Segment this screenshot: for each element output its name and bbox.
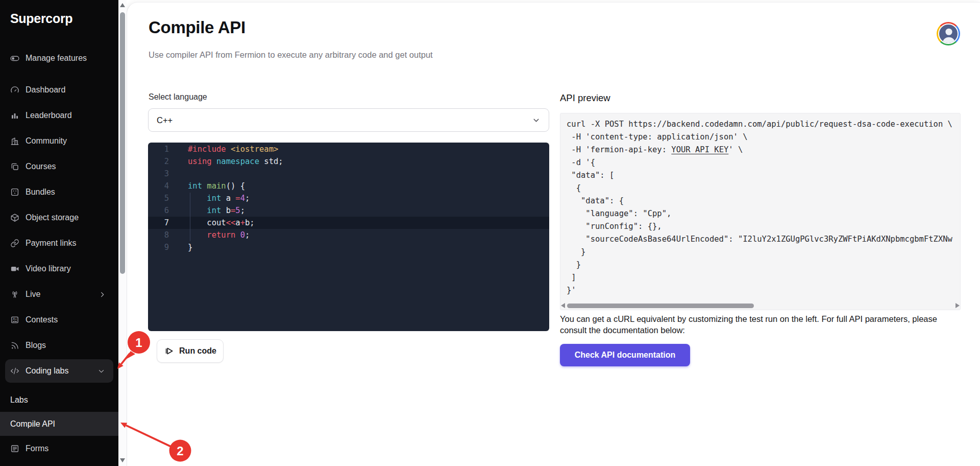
cube-icon	[10, 213, 19, 222]
curl-line-6: {	[567, 182, 960, 195]
editor-line-4[interactable]: 4int main() {	[148, 180, 549, 192]
sidebar-item-contests[interactable]: A+Contests	[0, 307, 118, 333]
avatar-person-icon	[938, 24, 959, 44]
editor-line-1[interactable]: 1#include <iostream>	[148, 143, 549, 155]
sidebar-item-payment-links[interactable]: Payment links	[0, 230, 118, 256]
curl-line-5: "data": [	[567, 169, 960, 182]
copy-icon	[10, 162, 19, 171]
line-number: 8	[148, 229, 169, 241]
page-subtitle: Use compiler API from Fermion to execute…	[149, 50, 433, 60]
sidebar-item-courses[interactable]: Courses	[0, 154, 118, 179]
page-vertical-scrollbar[interactable]	[118, 0, 127, 466]
line-number: 1	[148, 143, 169, 155]
curl-line-8: "language": "Cpp",	[567, 207, 960, 220]
curl-line-9: "runConfig": {},	[567, 220, 960, 233]
rss-icon	[10, 341, 19, 350]
sidebar-item-coding-labs[interactable]: Coding labs	[5, 359, 113, 383]
gauge-icon	[10, 85, 19, 95]
curl-horizontal-scrollbar[interactable]	[560, 301, 961, 310]
toggle-icon	[10, 54, 19, 63]
horizontal-scrollbar-thumb[interactable]	[567, 304, 754, 308]
api-note-text: You can get a cURL equivalent by customi…	[560, 313, 939, 336]
sidebar-subitem-compile-api[interactable]: Compile API	[0, 412, 118, 436]
curl-preview-block[interactable]: curl -X POST https://backend.codedamn.co…	[560, 113, 961, 310]
code-text: #include <iostream>	[169, 143, 278, 155]
user-avatar[interactable]	[937, 22, 960, 45]
sidebar-item-blogs[interactable]: Blogs	[0, 333, 118, 358]
code-text: int a =4;	[169, 192, 250, 204]
line-number: 5	[148, 192, 169, 204]
sidebar-item-dashboard[interactable]: Dashboard	[0, 77, 118, 103]
sidebar-item-label: Bundles	[26, 188, 55, 197]
sidebar-item-label: Contests	[26, 315, 58, 324]
link-icon	[10, 239, 19, 248]
curl-line-11: }	[567, 246, 960, 259]
curl-line-14: }'	[567, 284, 960, 297]
sidebar-item-label: Live	[26, 290, 40, 299]
code-text: cout<<a+b;	[169, 217, 255, 229]
line-number: 4	[148, 180, 169, 192]
curl-line-7: "data": {	[567, 195, 960, 207]
editor-line-6[interactable]: 6 int b=5;	[148, 204, 549, 217]
page-title: Compile API	[149, 18, 246, 37]
sidebar-item-label: Video library	[26, 264, 71, 273]
run-code-button[interactable]: Run code	[157, 339, 224, 363]
sidebar-item-label: Forms	[26, 444, 48, 453]
code-text: using namespace std;	[169, 155, 283, 168]
editor-line-5[interactable]: 5 int a =4;	[148, 192, 549, 204]
run-icon	[164, 346, 175, 357]
line-number: 2	[148, 155, 169, 168]
sidebar-item-label: Dashboard	[26, 85, 65, 95]
curl-line-1: curl -X POST https://backend.codedamn.co…	[567, 118, 960, 131]
sidebar-item-leaderboard[interactable]: Leaderboard	[0, 103, 118, 128]
editor-line-3[interactable]: 3	[148, 168, 549, 180]
sidebar: Supercorp Manage features DashboardLeade…	[0, 0, 118, 466]
sidebar-item-label: Payment links	[26, 239, 77, 248]
building-icon	[10, 136, 19, 146]
line-number: 6	[148, 204, 169, 217]
code-text	[169, 168, 188, 180]
sidebar-item-bundles[interactable]: Bundles	[0, 179, 118, 205]
sidebar-subitem-labs[interactable]: Labs	[0, 388, 118, 412]
chevron-down-icon	[532, 116, 541, 125]
svg-text:A+: A+	[13, 317, 17, 320]
dice-icon	[10, 188, 19, 197]
sidebar-bottom-nav: Forms	[0, 436, 118, 461]
language-select-value: C++	[157, 115, 173, 125]
editor-line-2[interactable]: 2using namespace std;	[148, 155, 549, 168]
curl-line-13: ]	[567, 271, 960, 284]
scroll-up-arrow-icon[interactable]	[120, 3, 125, 7]
curl-line-12: }	[567, 259, 960, 271]
vertical-scrollbar-thumb[interactable]	[120, 12, 125, 274]
sidebar-item-manage-features[interactable]: Manage features	[0, 49, 118, 67]
scroll-left-arrow-icon[interactable]	[561, 303, 565, 308]
editor-line-7[interactable]: 7 cout<<a+b;	[148, 217, 549, 229]
chevron-right-icon	[99, 291, 106, 298]
sidebar-item-forms[interactable]: Forms	[0, 436, 118, 461]
language-select[interactable]: C++	[148, 108, 549, 132]
sidebar-item-live[interactable]: Live	[0, 282, 118, 307]
sidebar-item-label: Manage features	[26, 54, 87, 63]
editor-line-8[interactable]: 8 return 0;	[148, 229, 549, 241]
curl-line-4: -d '{	[567, 156, 960, 169]
sidebar-item-object-storage[interactable]: Object storage	[0, 205, 118, 230]
sidebar-item-video-library[interactable]: Video library	[0, 256, 118, 282]
sidebar-item-community[interactable]: Community	[0, 128, 118, 154]
code-editor[interactable]: 1#include <iostream>2using namespace std…	[148, 143, 549, 331]
sidebar-item-label: Blogs	[26, 341, 46, 350]
line-number: 9	[148, 241, 169, 253]
video-icon	[10, 264, 19, 273]
line-number: 7	[148, 217, 169, 229]
certificate-icon: A+	[10, 315, 19, 324]
select-language-label: Select language	[149, 92, 207, 102]
run-code-label: Run code	[179, 346, 216, 356]
sidebar-item-label: Coding labs	[26, 366, 69, 376]
main-content: Compile API Use compiler API from Fermio…	[127, 2, 980, 466]
editor-line-9[interactable]: 9}	[148, 241, 549, 253]
check-api-documentation-button[interactable]: Check API documentation	[560, 344, 690, 366]
bar-chart-icon	[10, 111, 19, 120]
radio-tower-icon	[10, 290, 19, 299]
scroll-right-arrow-icon[interactable]	[955, 303, 960, 308]
line-number: 3	[148, 168, 169, 180]
scroll-down-arrow-icon[interactable]	[120, 458, 125, 462]
